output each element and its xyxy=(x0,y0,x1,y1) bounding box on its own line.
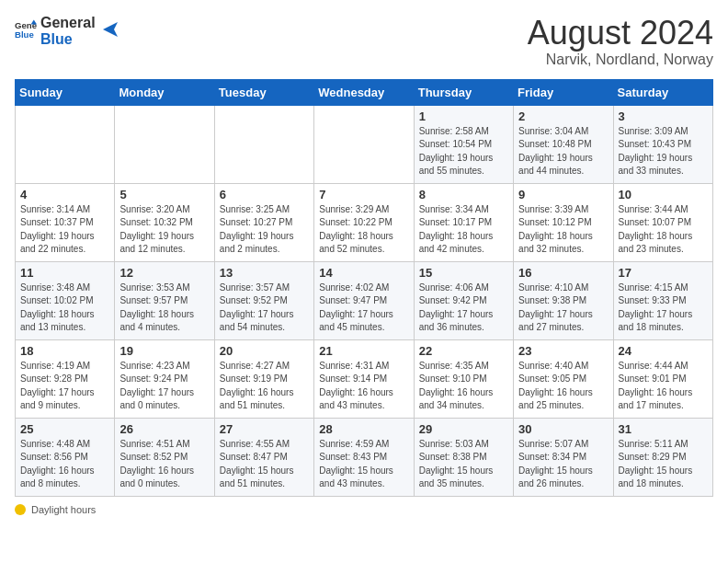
day-number: 2 xyxy=(518,109,608,123)
calendar-cell xyxy=(115,105,214,183)
day-number: 23 xyxy=(518,344,608,358)
day-info: Sunrise: 5:03 AM Sunset: 8:38 PM Dayligh… xyxy=(419,438,508,491)
calendar-cell: 5Sunrise: 3:20 AM Sunset: 10:32 PM Dayli… xyxy=(115,183,214,261)
logo: General Blue General Blue xyxy=(15,15,119,47)
day-number: 18 xyxy=(20,344,109,358)
day-number: 28 xyxy=(319,422,408,436)
calendar-cell: 31Sunrise: 5:11 AM Sunset: 8:29 PM Dayli… xyxy=(613,418,712,496)
daylight-icon xyxy=(15,504,26,515)
calendar-cell: 19Sunrise: 4:23 AM Sunset: 9:24 PM Dayli… xyxy=(115,339,214,418)
day-number: 14 xyxy=(319,266,408,280)
calendar-week-row: 25Sunrise: 4:48 AM Sunset: 8:56 PM Dayli… xyxy=(16,418,713,496)
col-header-tuesday: Tuesday xyxy=(214,79,313,105)
day-number: 3 xyxy=(619,109,708,123)
day-info: Sunrise: 3:09 AM Sunset: 10:43 PM Daylig… xyxy=(619,125,708,178)
day-number: 5 xyxy=(119,188,209,201)
day-info: Sunrise: 3:25 AM Sunset: 10:27 PM Daylig… xyxy=(220,203,309,257)
day-number: 30 xyxy=(518,422,608,436)
calendar-cell: 2Sunrise: 3:04 AM Sunset: 10:48 PM Dayli… xyxy=(514,105,613,183)
calendar-cell: 25Sunrise: 4:48 AM Sunset: 8:56 PM Dayli… xyxy=(16,418,115,496)
day-info: Sunrise: 3:53 AM Sunset: 9:57 PM Dayligh… xyxy=(119,282,209,335)
header: General Blue General Blue August 2024 Na… xyxy=(15,15,713,68)
day-number: 7 xyxy=(319,188,408,201)
day-number: 16 xyxy=(518,266,608,280)
title-section: August 2024 Narvik, Nordland, Norway xyxy=(528,15,713,68)
calendar-cell xyxy=(214,105,313,183)
day-info: Sunrise: 3:20 AM Sunset: 10:32 PM Daylig… xyxy=(119,203,209,257)
day-info: Sunrise: 4:44 AM Sunset: 9:01 PM Dayligh… xyxy=(619,360,708,413)
day-info: Sunrise: 4:55 AM Sunset: 8:47 PM Dayligh… xyxy=(220,438,309,491)
day-info: Sunrise: 3:39 AM Sunset: 10:12 PM Daylig… xyxy=(518,203,608,257)
calendar-cell: 26Sunrise: 4:51 AM Sunset: 8:52 PM Dayli… xyxy=(115,418,214,496)
calendar-cell: 16Sunrise: 4:10 AM Sunset: 9:38 PM Dayli… xyxy=(514,261,613,339)
page-subtitle: Narvik, Nordland, Norway xyxy=(528,52,713,68)
day-number: 9 xyxy=(518,188,608,201)
col-header-wednesday: Wednesday xyxy=(314,79,414,105)
day-number: 11 xyxy=(20,266,109,280)
col-header-thursday: Thursday xyxy=(414,79,513,105)
logo-blue-text: Blue xyxy=(40,31,96,48)
calendar-table: SundayMondayTuesdayWednesdayThursdayFrid… xyxy=(15,79,713,497)
day-info: Sunrise: 4:10 AM Sunset: 9:38 PM Dayligh… xyxy=(518,282,608,335)
day-number: 31 xyxy=(619,422,708,436)
day-number: 19 xyxy=(119,344,209,358)
day-info: Sunrise: 4:19 AM Sunset: 9:28 PM Dayligh… xyxy=(20,360,109,413)
calendar-week-row: 11Sunrise: 3:48 AM Sunset: 10:02 PM Dayl… xyxy=(16,261,713,339)
day-info: Sunrise: 4:40 AM Sunset: 9:05 PM Dayligh… xyxy=(518,360,608,413)
calendar-cell: 14Sunrise: 4:02 AM Sunset: 9:47 PM Dayli… xyxy=(314,261,414,339)
day-info: Sunrise: 3:48 AM Sunset: 10:02 PM Daylig… xyxy=(20,282,109,335)
calendar-cell: 22Sunrise: 4:35 AM Sunset: 9:10 PM Dayli… xyxy=(414,339,513,418)
col-header-monday: Monday xyxy=(115,79,214,105)
daylight-label: Daylight hours xyxy=(31,504,96,515)
day-info: Sunrise: 4:59 AM Sunset: 8:43 PM Dayligh… xyxy=(319,438,408,491)
calendar-cell: 13Sunrise: 3:57 AM Sunset: 9:52 PM Dayli… xyxy=(214,261,313,339)
day-number: 8 xyxy=(419,188,508,201)
day-number: 4 xyxy=(20,188,109,201)
day-number: 21 xyxy=(319,344,408,358)
day-info: Sunrise: 4:51 AM Sunset: 8:52 PM Dayligh… xyxy=(119,438,209,491)
calendar-cell: 7Sunrise: 3:29 AM Sunset: 10:22 PM Dayli… xyxy=(314,183,414,261)
calendar-cell: 10Sunrise: 3:44 AM Sunset: 10:07 PM Dayl… xyxy=(613,183,712,261)
day-info: Sunrise: 4:27 AM Sunset: 9:19 PM Dayligh… xyxy=(220,360,309,413)
calendar-week-row: 1Sunrise: 2:58 AM Sunset: 10:54 PM Dayli… xyxy=(16,105,713,183)
day-number: 22 xyxy=(419,344,508,358)
calendar-cell: 12Sunrise: 3:53 AM Sunset: 9:57 PM Dayli… xyxy=(115,261,214,339)
day-info: Sunrise: 4:02 AM Sunset: 9:47 PM Dayligh… xyxy=(319,282,408,335)
svg-text:Blue: Blue xyxy=(15,29,34,39)
day-number: 6 xyxy=(220,188,309,201)
calendar-cell: 18Sunrise: 4:19 AM Sunset: 9:28 PM Dayli… xyxy=(16,339,115,418)
calendar-cell: 27Sunrise: 4:55 AM Sunset: 8:47 PM Dayli… xyxy=(214,418,313,496)
calendar-cell: 20Sunrise: 4:27 AM Sunset: 9:19 PM Dayli… xyxy=(214,339,313,418)
calendar-cell: 28Sunrise: 4:59 AM Sunset: 8:43 PM Dayli… xyxy=(314,418,414,496)
day-number: 24 xyxy=(619,344,708,358)
col-header-friday: Friday xyxy=(514,79,613,105)
calendar-cell: 4Sunrise: 3:14 AM Sunset: 10:37 PM Dayli… xyxy=(16,183,115,261)
day-number: 26 xyxy=(119,422,209,436)
day-number: 15 xyxy=(419,266,508,280)
calendar-cell: 30Sunrise: 5:07 AM Sunset: 8:34 PM Dayli… xyxy=(514,418,613,496)
day-number: 10 xyxy=(619,188,708,201)
svg-marker-3 xyxy=(103,22,118,37)
day-number: 1 xyxy=(419,109,508,123)
page-title: August 2024 xyxy=(528,15,713,52)
day-info: Sunrise: 3:04 AM Sunset: 10:48 PM Daylig… xyxy=(518,125,608,178)
day-info: Sunrise: 3:14 AM Sunset: 10:37 PM Daylig… xyxy=(20,203,109,257)
calendar-header-row: SundayMondayTuesdayWednesdayThursdayFrid… xyxy=(16,79,713,105)
calendar-cell: 24Sunrise: 4:44 AM Sunset: 9:01 PM Dayli… xyxy=(613,339,712,418)
calendar-cell: 15Sunrise: 4:06 AM Sunset: 9:42 PM Dayli… xyxy=(414,261,513,339)
day-number: 12 xyxy=(119,266,209,280)
calendar-cell: 9Sunrise: 3:39 AM Sunset: 10:12 PM Dayli… xyxy=(514,183,613,261)
calendar-week-row: 18Sunrise: 4:19 AM Sunset: 9:28 PM Dayli… xyxy=(16,339,713,418)
col-header-sunday: Sunday xyxy=(16,79,115,105)
logo-general-text: General xyxy=(40,15,96,31)
day-info: Sunrise: 3:34 AM Sunset: 10:17 PM Daylig… xyxy=(419,203,508,257)
day-number: 29 xyxy=(419,422,508,436)
calendar-cell: 29Sunrise: 5:03 AM Sunset: 8:38 PM Dayli… xyxy=(414,418,513,496)
calendar-cell: 6Sunrise: 3:25 AM Sunset: 10:27 PM Dayli… xyxy=(214,183,313,261)
day-info: Sunrise: 3:44 AM Sunset: 10:07 PM Daylig… xyxy=(619,203,708,257)
calendar-cell: 11Sunrise: 3:48 AM Sunset: 10:02 PM Dayl… xyxy=(16,261,115,339)
day-number: 27 xyxy=(220,422,309,436)
legend: Daylight hours xyxy=(15,504,713,515)
calendar-cell xyxy=(16,105,115,183)
day-info: Sunrise: 5:07 AM Sunset: 8:34 PM Dayligh… xyxy=(518,438,608,491)
